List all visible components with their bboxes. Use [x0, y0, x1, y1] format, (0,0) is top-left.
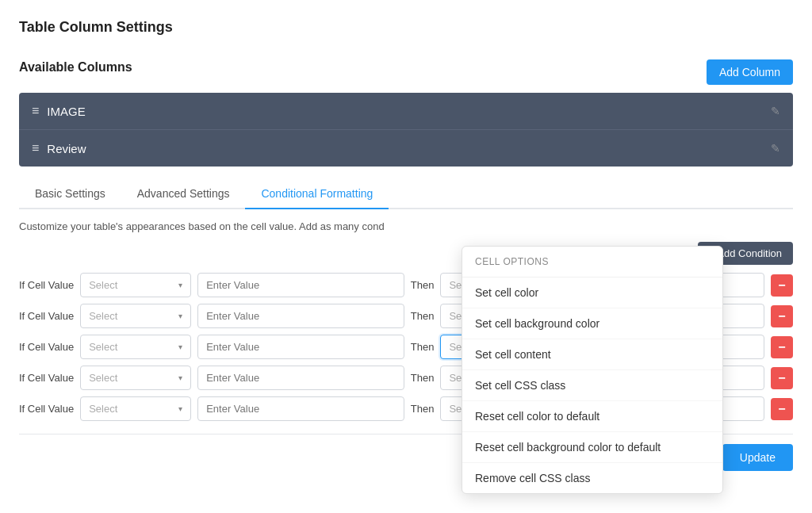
if-select-1[interactable]: Select ▾: [80, 273, 191, 297]
dropdown-item-reset-cell-bg-color[interactable]: Reset cell background color to default: [462, 432, 722, 463]
if-label-4: If Cell Value: [19, 372, 74, 384]
update-button[interactable]: Update: [722, 444, 793, 471]
dropdown-item-set-cell-color[interactable]: Set cell color: [462, 278, 722, 308]
if-label-2: If Cell Value: [19, 310, 74, 322]
if-value-input-3[interactable]: [197, 335, 404, 359]
tabs-row: Basic Settings Advanced Settings Conditi…: [19, 179, 793, 209]
if-select-2-placeholder: Select: [89, 310, 117, 322]
available-columns-title: Available Columns: [19, 60, 132, 75]
remove-button-2[interactable]: −: [771, 305, 793, 327]
chevron-down-icon-5: ▾: [178, 404, 182, 413]
chevron-down-icon-1: ▾: [178, 281, 182, 289]
chevron-down-icon-3: ▾: [178, 343, 182, 351]
remove-button-4[interactable]: −: [771, 367, 793, 389]
then-label-3: Then: [411, 341, 435, 353]
if-select-2[interactable]: Select ▾: [80, 304, 191, 328]
if-value-input-5[interactable]: [197, 396, 404, 421]
dropdown-item-set-cell-css-class[interactable]: Set cell CSS class: [462, 370, 722, 401]
tab-advanced[interactable]: Advanced Settings: [121, 179, 246, 209]
page-title: Table Column Settings: [19, 19, 173, 36]
dropdown-item-reset-cell-color[interactable]: Reset cell color to default: [462, 401, 722, 432]
if-label-1: If Cell Value: [19, 279, 74, 291]
remove-button-1[interactable]: −: [771, 274, 793, 297]
description-text: Customize your table's appearances based…: [19, 220, 793, 232]
then-label-5: Then: [411, 403, 435, 415]
tab-basic[interactable]: Basic Settings: [19, 179, 121, 209]
remove-button-3[interactable]: −: [771, 336, 793, 358]
dropdown-header: Cell Options: [462, 247, 722, 278]
if-select-3[interactable]: Select ▾: [80, 335, 191, 359]
edit-icon-review[interactable]: ✎: [771, 142, 780, 155]
then-label-4: Then: [411, 372, 435, 384]
dropdown-item-remove-cell-css-class[interactable]: Remove cell CSS class: [462, 463, 722, 493]
then-label-1: Then: [411, 279, 435, 291]
if-label-3: If Cell Value: [19, 341, 74, 353]
remove-button-5[interactable]: −: [771, 398, 793, 420]
if-label-5: If Cell Value: [19, 403, 74, 415]
dropdown-item-set-cell-bg-color[interactable]: Set cell background color: [462, 308, 722, 339]
dropdown-item-set-cell-content[interactable]: Set cell content: [462, 339, 722, 370]
column-item-review[interactable]: ≡ Review ✎: [19, 130, 793, 167]
then-label-2: Then: [411, 310, 435, 322]
page-header: Table Column Settings: [19, 19, 793, 52]
page-container: Table Column Settings Available Columns …: [0, 0, 812, 513]
tab-conditional[interactable]: Conditional Formatting: [245, 179, 389, 209]
if-select-5-placeholder: Select: [89, 403, 117, 415]
cell-options-dropdown: Cell Options Set cell color Set cell bac…: [462, 246, 723, 494]
if-value-input-4[interactable]: [197, 366, 404, 390]
drag-icon-image: ≡: [32, 104, 39, 118]
add-column-button[interactable]: Add Column: [707, 59, 793, 85]
if-select-3-placeholder: Select: [89, 341, 117, 353]
if-select-5[interactable]: Select ▾: [80, 396, 191, 421]
if-select-1-placeholder: Select: [89, 279, 117, 291]
column-list: ≡ IMAGE ✎ ≡ Review ✎: [19, 93, 793, 167]
column-item-image[interactable]: ≡ IMAGE ✎: [19, 93, 793, 130]
if-select-4[interactable]: Select ▾: [80, 366, 191, 390]
if-value-input-2[interactable]: [197, 304, 404, 328]
chevron-down-icon-2: ▾: [178, 312, 182, 320]
chevron-down-icon-4: ▾: [178, 373, 182, 382]
if-select-4-placeholder: Select: [89, 372, 117, 384]
columns-header: Available Columns Add Column: [19, 59, 793, 85]
column-name-image: IMAGE: [47, 105, 771, 118]
if-value-input-1[interactable]: [197, 273, 404, 297]
column-name-review: Review: [47, 142, 771, 155]
drag-icon-review: ≡: [32, 141, 39, 155]
edit-icon-image[interactable]: ✎: [771, 105, 780, 117]
